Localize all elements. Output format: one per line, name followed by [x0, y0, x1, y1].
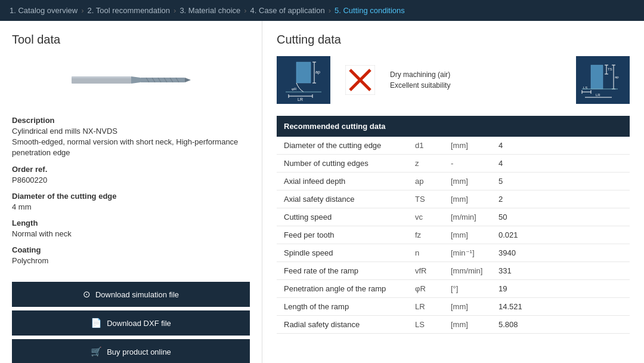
nav-case[interactable]: 4. Case of application	[250, 6, 325, 15]
table-row: Number of cutting edges z - 4	[277, 155, 630, 173]
row-name: Diameter of the cutting edge	[277, 137, 408, 155]
svg-text:LR: LR	[596, 93, 600, 97]
buy-product-button[interactable]: 🛒 Buy product online	[12, 339, 250, 363]
right-panel: Cutting data ap φR	[262, 21, 644, 363]
diameter-section: Diameter of the cutting edge 4 mm	[12, 192, 250, 213]
svg-rect-10	[72, 76, 131, 78]
row-value: 4	[491, 155, 630, 173]
order-ref-section: Order ref. P8600220	[12, 165, 250, 186]
description-label: Description	[12, 116, 250, 125]
nav-sep-3: ›	[244, 6, 246, 15]
svg-text:LR: LR	[298, 97, 303, 101]
download-dxf-label: Download DXF file	[107, 319, 171, 328]
table-row: Axial safety distance TS [mm] 2	[277, 190, 630, 208]
main-content: Tool data	[0, 21, 644, 363]
length-value: Normal with neck	[12, 229, 250, 239]
nav-material[interactable]: 3. Material choice	[179, 6, 240, 15]
breadcrumb: 1. Catalog overview › 2. Tool recommenda…	[0, 0, 644, 21]
row-value: 0.021	[491, 226, 630, 244]
dry-machining-text: Dry machining (air) Excellent suitabilit…	[390, 69, 450, 91]
svg-rect-27	[591, 65, 603, 89]
nav-sep-2: ›	[174, 6, 176, 15]
row-value: 4	[491, 137, 630, 155]
row-name: Penetration angle of the ramp	[277, 280, 408, 298]
svg-marker-1	[131, 76, 140, 84]
table-row: Diameter of the cutting edge d1 [mm] 4	[277, 137, 630, 155]
3d-icon: ⊙	[83, 289, 91, 300]
nav-tool-rec[interactable]: 2. Tool recommendation	[88, 6, 171, 15]
row-value: 3940	[491, 244, 630, 262]
cutting-data-table: Recommended cutting data Diameter of the…	[277, 116, 630, 334]
length-section: Length Normal with neck	[12, 219, 250, 239]
row-symbol: LR	[408, 298, 444, 316]
row-name: Feed per tooth	[277, 226, 408, 244]
cutting-diagram-2: TS LS ap LR	[576, 56, 630, 104]
row-unit: [mm]	[444, 137, 491, 155]
table-row: Feed per tooth fz [mm] 0.021	[277, 226, 630, 244]
left-panel: Tool data	[0, 21, 262, 363]
row-unit: [mm]	[444, 190, 491, 208]
nav-catalog[interactable]: 1. Catalog overview	[10, 6, 78, 15]
nav-cutting[interactable]: 5. Cutting conditions	[335, 6, 405, 15]
row-symbol: fz	[408, 226, 444, 244]
download-simulation-button[interactable]: ⊙ Download simulation file	[12, 282, 250, 307]
diameter-label: Diameter of the cutting edge	[12, 192, 250, 201]
row-name: Spindle speed	[277, 244, 408, 262]
row-value: 14.521	[491, 298, 630, 316]
coating-label: Coating	[12, 245, 250, 254]
row-name: Length of the ramp	[277, 298, 408, 316]
table-row: Cutting speed vc [m/min] 50	[277, 208, 630, 226]
row-name: Axial infeed depth	[277, 173, 408, 190]
cutting-data-title: Cutting data	[277, 33, 630, 47]
row-name: Cutting speed	[277, 208, 408, 226]
svg-text:ap: ap	[315, 70, 320, 75]
diagram-svg-1: ap φR LR	[280, 59, 327, 101]
cutting-icons-row: ap φR LR	[277, 56, 630, 104]
coating-section: Coating Polychrom	[12, 245, 250, 266]
row-value: 5	[491, 173, 630, 190]
dry-machining-icon	[342, 62, 378, 98]
row-symbol: LS	[408, 316, 444, 334]
cutting-diagram-1: ap φR LR	[277, 56, 330, 104]
tool-drill-svg	[72, 68, 191, 92]
diameter-value: 4 mm	[12, 202, 250, 213]
svg-text:TS: TS	[608, 67, 612, 71]
row-name: Number of cutting edges	[277, 155, 408, 173]
coating-value: Polychrom	[12, 256, 250, 266]
row-name: Feed rate of the ramp	[277, 262, 408, 280]
row-unit: [mm]	[444, 173, 491, 190]
nav-sep-4: ›	[329, 6, 331, 15]
row-symbol: n	[408, 244, 444, 262]
dry-machining-line1: Dry machining (air)	[390, 69, 450, 80]
row-symbol: φR	[408, 280, 444, 298]
row-symbol: vfR	[408, 262, 444, 280]
table-row: Length of the ramp LR [mm] 14.521	[277, 298, 630, 316]
table-row: Radial safety distance LS [mm] 5.808	[277, 316, 630, 334]
row-symbol: vc	[408, 208, 444, 226]
row-unit: -	[444, 155, 491, 173]
row-value: 331	[491, 262, 630, 280]
download-dxf-button[interactable]: 📄 Download DXF file	[12, 310, 250, 336]
action-buttons: ⊙ Download simulation file 📄 Download DX…	[12, 272, 250, 363]
row-symbol: d1	[408, 137, 444, 155]
tool-data-title: Tool data	[12, 33, 250, 47]
row-value: 2	[491, 190, 630, 208]
svg-rect-12	[296, 62, 311, 83]
table-row: Axial infeed depth ap [mm] 5	[277, 173, 630, 190]
svg-text:ap: ap	[615, 75, 619, 79]
svg-text:φR: φR	[292, 87, 297, 91]
row-symbol: ap	[408, 173, 444, 190]
row-unit: [mm]	[444, 226, 491, 244]
order-ref-label: Order ref.	[12, 165, 250, 174]
row-symbol: TS	[408, 190, 444, 208]
dry-machining-line2: Excellent suitability	[390, 80, 450, 91]
cart-icon: 🛒	[91, 346, 102, 357]
tool-image	[12, 56, 250, 104]
row-value: 19	[491, 280, 630, 298]
row-value: 50	[491, 208, 630, 226]
row-unit: [mm]	[444, 298, 491, 316]
file-icon: 📄	[91, 318, 102, 328]
row-unit: [°]	[444, 280, 491, 298]
table-row: Spindle speed n [min⁻¹] 3940	[277, 244, 630, 262]
row-name: Axial safety distance	[277, 190, 408, 208]
